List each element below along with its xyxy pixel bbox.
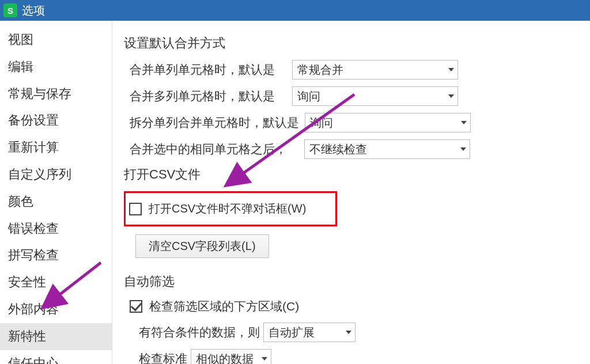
sidebar-item-4[interactable]: 重新计算 bbox=[0, 134, 112, 161]
section-title-filter: 自动筛选 bbox=[124, 273, 590, 290]
merge-row2-label: 合并多列单元格时，默认是 bbox=[130, 88, 275, 104]
csv-no-dialog-checkbox[interactable] bbox=[129, 203, 142, 215]
sidebar-item-10[interactable]: 外部内容 bbox=[0, 296, 112, 323]
chevron-down-icon bbox=[346, 331, 351, 334]
csv-clear-button[interactable]: 清空CSV字段列表(L) bbox=[135, 234, 269, 258]
filter-row1-label: 有符合条件的数据，则 bbox=[139, 324, 260, 340]
sidebar-item-11[interactable]: 新特性 bbox=[0, 323, 112, 350]
sidebar-item-6[interactable]: 颜色 bbox=[0, 188, 112, 215]
merge-row4-label: 合并选中的相同单元格之后， bbox=[130, 141, 287, 157]
content-pane: 设置默认合并方式 合并单列单元格时，默认是 常规合并 合并多列单元格时，默认是 … bbox=[112, 21, 590, 364]
merge-row3-value: 询问 bbox=[310, 115, 333, 131]
csv-highlight-box: 打开CSV文件时不弹对话框(W) bbox=[124, 191, 337, 226]
window-title: 选项 bbox=[22, 3, 45, 18]
merge-row1-label: 合并单列单元格时，默认是 bbox=[130, 62, 275, 78]
chevron-down-icon bbox=[448, 68, 454, 71]
merge-row1-select[interactable]: 常规合并 bbox=[292, 60, 458, 79]
sidebar-item-5[interactable]: 自定义序列 bbox=[0, 161, 112, 188]
merge-row4-value: 不继续检查 bbox=[309, 142, 367, 157]
merge-row3-select[interactable]: 询问 bbox=[305, 113, 471, 132]
chevron-down-icon bbox=[460, 147, 466, 151]
sidebar: 视图编辑常规与保存备份设置重新计算自定义序列颜色错误检查拼写检查安全性外部内容新… bbox=[0, 21, 112, 364]
section-title-merge: 设置默认合并方式 bbox=[124, 35, 590, 52]
sidebar-item-8[interactable]: 拼写检查 bbox=[0, 242, 112, 269]
filter-row1-select[interactable]: 自动扩展 bbox=[263, 323, 355, 342]
sidebar-item-12[interactable]: 信任中心 bbox=[0, 350, 112, 364]
merge-row3-label: 拆分单列合并单元格时，默认是 bbox=[130, 115, 299, 131]
titlebar: S 选项 bbox=[0, 0, 590, 21]
merge-row2-select[interactable]: 询问 bbox=[292, 86, 458, 106]
filter-row2-label: 检查标准 bbox=[139, 351, 187, 364]
sidebar-item-9[interactable]: 安全性 bbox=[0, 269, 112, 296]
filter-row2-value: 相似的数据 bbox=[196, 351, 254, 365]
csv-no-dialog-label: 打开CSV文件时不弹对话框(W) bbox=[149, 201, 306, 217]
app-icon: S bbox=[3, 3, 17, 17]
merge-row1-value: 常规合并 bbox=[297, 62, 343, 78]
filter-row1-value: 自动扩展 bbox=[268, 325, 315, 340]
section-title-csv: 打开CSV文件 bbox=[124, 166, 590, 183]
filter-row2-select[interactable]: 相似的数据 bbox=[191, 349, 271, 364]
chevron-down-icon bbox=[448, 94, 454, 98]
filter-check-area-checkbox[interactable] bbox=[130, 300, 142, 313]
merge-row4-select[interactable]: 不继续检查 bbox=[304, 139, 470, 159]
chevron-down-icon bbox=[262, 357, 267, 361]
merge-row2-value: 询问 bbox=[297, 89, 320, 104]
sidebar-item-3[interactable]: 备份设置 bbox=[0, 107, 112, 134]
sidebar-item-7[interactable]: 错误检查 bbox=[0, 215, 112, 242]
sidebar-item-0[interactable]: 视图 bbox=[0, 26, 112, 54]
sidebar-item-2[interactable]: 常规与保存 bbox=[0, 81, 112, 108]
chevron-down-icon bbox=[461, 121, 467, 124]
sidebar-item-1[interactable]: 编辑 bbox=[0, 54, 112, 81]
filter-check-area-label: 检查筛选区域的下方区域(C) bbox=[149, 298, 299, 314]
